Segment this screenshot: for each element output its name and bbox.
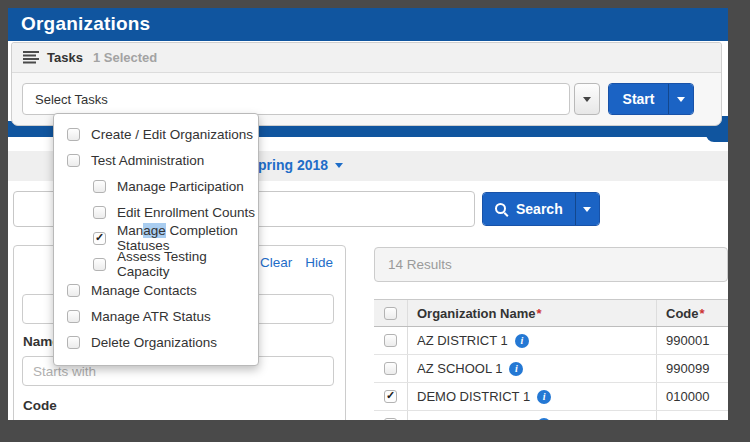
task-option[interactable]: Edit Enrollment Counts: [54, 199, 258, 225]
task-option[interactable]: Manage Contacts: [54, 277, 258, 303]
task-option-checkbox[interactable]: [93, 258, 106, 271]
code-header[interactable]: Code*: [657, 306, 728, 321]
caret-down-icon: [677, 97, 685, 102]
search-button[interactable]: Search: [483, 193, 575, 225]
tasks-list-icon: [23, 51, 39, 64]
caret-down-icon: [335, 163, 343, 168]
select-tasks-caret-button[interactable]: [574, 83, 600, 115]
task-option-checkbox[interactable]: [67, 128, 80, 141]
page-header: Organizations: [8, 8, 728, 41]
table-row[interactable]: AZ SCHOOL 1i990099: [374, 355, 728, 383]
filter-code-label: Code: [23, 398, 57, 413]
select-tasks-combobox[interactable]: Select Tasks: [22, 83, 570, 115]
table-body: AZ DISTRICT 1i990001AZ SCHOOL 1i990099DE…: [374, 327, 728, 420]
row-checkbox[interactable]: [384, 362, 397, 375]
start-split-button[interactable]: Start: [608, 83, 694, 115]
task-option-checkbox[interactable]: [67, 336, 80, 349]
results-count-label: 14 Results: [388, 257, 452, 272]
screenshot-frame: { "colors": { "header_blue": "#10559f", …: [0, 0, 750, 442]
start-button[interactable]: Start: [609, 84, 668, 114]
row-checkbox[interactable]: [384, 334, 397, 347]
filter-actions: Clear Hide: [260, 255, 333, 270]
info-icon[interactable]: i: [537, 418, 551, 421]
column-label: Organization Name: [417, 306, 535, 321]
task-option[interactable]: Test Administration: [54, 147, 258, 173]
task-option-checkbox[interactable]: [93, 180, 106, 193]
organization-name: AZ DISTRICT 1: [417, 333, 508, 348]
column-label: Code: [666, 306, 699, 321]
results-count-box: 14 Results: [374, 247, 728, 282]
administration-label: pring 2018: [258, 157, 328, 173]
tasks-selected-count: 1 Selected: [93, 50, 157, 65]
task-option-label: Edit Enrollment Counts: [117, 205, 255, 220]
table-row[interactable]: AZ DISTRICT 1i990001: [374, 327, 728, 355]
organization-name-header[interactable]: Organization Name*: [408, 300, 657, 326]
task-option-checkbox[interactable]: [67, 154, 80, 167]
task-option[interactable]: Delete Organizations: [54, 329, 258, 355]
task-option-checkbox[interactable]: [93, 232, 106, 245]
organization-code-cell: 010000: [657, 389, 728, 404]
organization-code-cell: 990001: [657, 333, 728, 348]
search-split-button[interactable]: Search: [482, 192, 600, 226]
task-option-checkbox[interactable]: [93, 206, 106, 219]
caret-down-icon: [583, 207, 591, 212]
table-row[interactable]: DEMO DISTRICT 1i010000: [374, 383, 728, 411]
required-marker: *: [700, 306, 705, 321]
table-row[interactable]: DEMO DISTRICT 2i020000: [374, 411, 728, 420]
organization-name-cell: DEMO DISTRICT 2i: [408, 411, 657, 420]
organization-code-cell: 990099: [657, 361, 728, 376]
organization-code-cell: 020000: [657, 417, 728, 420]
info-icon[interactable]: i: [537, 390, 551, 404]
task-option-label: Manage ATR Status: [91, 309, 211, 324]
select-tasks-value: Select Tasks: [35, 92, 108, 107]
task-option[interactable]: Manage Participation: [54, 173, 258, 199]
row-checkbox-cell: [374, 411, 408, 420]
app-window: Organizations Tasks 1 Selected Select Ta…: [8, 8, 728, 420]
tasks-title: Tasks: [47, 50, 83, 65]
row-checkbox[interactable]: [384, 418, 397, 420]
task-option-label: Assess Testing Capacity: [117, 249, 258, 279]
task-option-checkbox[interactable]: [67, 310, 80, 323]
search-button-label: Search: [516, 201, 563, 217]
task-option-label: Delete Organizations: [91, 335, 217, 350]
required-marker: *: [536, 306, 541, 321]
organization-name-cell: AZ SCHOOL 1i: [408, 355, 657, 382]
task-option[interactable]: Manage ATR Status: [54, 303, 258, 329]
row-checkbox-cell: [374, 383, 408, 410]
task-option-checkbox[interactable]: [67, 284, 80, 297]
task-option-label: Manage Participation: [117, 179, 244, 194]
clear-filters-link[interactable]: Clear: [260, 255, 292, 270]
task-option-label: Manage Contacts: [91, 283, 197, 298]
task-option[interactable]: Manage Completion Statuses: [54, 225, 258, 251]
select-all-cell: [374, 300, 408, 326]
row-checkbox[interactable]: [384, 390, 397, 403]
organization-name: DEMO DISTRICT 1: [417, 389, 530, 404]
hide-filters-link[interactable]: Hide: [305, 255, 333, 270]
info-icon[interactable]: i: [515, 334, 529, 348]
info-icon[interactable]: i: [509, 362, 523, 376]
row-checkbox-cell: [374, 355, 408, 382]
tasks-panel-header: Tasks 1 Selected: [12, 43, 721, 73]
task-option-label: Create / Edit Organizations: [91, 127, 253, 142]
table-header-row: Organization Name* Code*: [374, 299, 728, 327]
search-caret-button[interactable]: [575, 193, 599, 225]
task-option-label: Test Administration: [91, 153, 204, 168]
task-option[interactable]: Assess Testing Capacity: [54, 251, 258, 277]
administration-selector[interactable]: pring 2018: [258, 157, 343, 173]
page-title: Organizations: [8, 8, 728, 35]
start-caret-button[interactable]: [668, 84, 693, 114]
task-option[interactable]: Create / Edit Organizations: [54, 121, 258, 147]
organization-name: AZ SCHOOL 1: [417, 361, 502, 376]
select-all-checkbox[interactable]: [384, 307, 397, 320]
text-selection-highlight: age: [143, 223, 166, 238]
search-icon: [495, 202, 509, 216]
organizations-table: Organization Name* Code* AZ DISTRICT 1i9…: [374, 299, 728, 420]
organization-name: DEMO DISTRICT 2: [417, 417, 530, 420]
caret-down-icon: [583, 97, 591, 102]
select-tasks-dropdown: Create / Edit OrganizationsTest Administ…: [53, 113, 259, 366]
organization-name-cell: DEMO DISTRICT 1i: [408, 383, 657, 410]
organization-name-cell: AZ DISTRICT 1i: [408, 327, 657, 354]
row-checkbox-cell: [374, 327, 408, 354]
